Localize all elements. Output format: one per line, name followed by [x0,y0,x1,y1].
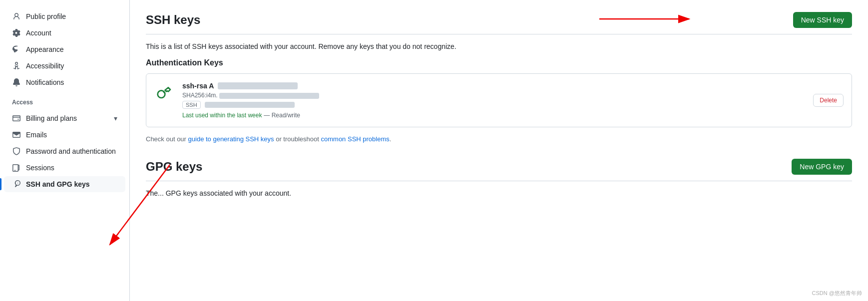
sidebar-item-password[interactable]: Password and authentication [4,143,125,159]
ssh-title: SSH keys [146,13,200,27]
key-name-row: ssh-rsa A [182,82,805,90]
sidebar-item-ssh-gpg[interactable]: SSH and GPG keys [4,176,125,192]
guide-text-prefix: Check out our [146,135,188,143]
watermark: CSDN @悠然青年帅 [812,290,862,297]
gear-icon [12,28,21,37]
sidebar-item-appearance-label: Appearance [26,45,64,53]
sidebar-item-public-profile-label: Public profile [26,12,66,20]
key-details: ssh-rsa A SHA256:i4m. SSH Last used with… [182,82,805,119]
sidebar-item-notifications[interactable]: Notifications [4,74,125,90]
device-icon [12,163,21,172]
key-last-used: Last used within the last week [182,112,262,119]
sidebar-item-sessions[interactable]: Sessions [4,160,125,176]
ssh-badge: SSH [182,101,201,109]
paintbrush-icon [12,45,21,54]
key-card-icon [154,82,174,102]
key-fingerprint: SHA256:i4m. [182,92,805,99]
sidebar-item-account-label: Account [26,29,51,37]
guide-text: Check out our guide to generating SSH ke… [146,135,852,143]
gpg-section: GPG keys New GPG key The... GPG keys ass… [146,159,852,197]
key-last-used-suffix: — Read/write [264,112,300,119]
sidebar-item-sessions-label: Sessions [26,164,54,172]
gpg-section-header: GPG keys New GPG key [146,159,852,175]
ssh-divider [146,34,852,34]
key-label-row: SSH [182,101,805,109]
main-content: SSH keys New SSH key This is a list of S… [130,0,868,301]
sidebar-item-public-profile[interactable]: Public profile [4,8,125,24]
new-gpg-key-button[interactable]: New GPG key [792,159,852,175]
guide-text-suffix: . [390,135,392,143]
gpg-title: GPG keys [146,160,202,174]
sidebar-item-billing-label: Billing and plans [26,114,77,122]
sidebar-item-appearance[interactable]: Appearance [4,41,125,57]
ssh-section-header: SSH keys New SSH key [146,12,852,28]
sidebar-item-emails[interactable]: Emails [4,127,125,143]
sidebar-item-emails-label: Emails [26,131,47,139]
key-label-blurred [205,102,295,108]
key-name-blurred [218,82,298,89]
sidebar: Public profile Account Appearance Access… [0,0,130,301]
ssh-key-card: ssh-rsa A SHA256:i4m. SSH Last used with… [146,73,852,127]
sidebar-item-accessibility[interactable]: Accessibility [4,58,125,74]
mail-icon [12,130,21,139]
access-section-label: Access [0,91,129,110]
sidebar-item-ssh-gpg-label: SSH and GPG keys [26,180,90,188]
auth-keys-title: Authentication Keys [146,58,852,67]
shield-icon [12,147,21,156]
gpg-divider [146,181,852,181]
new-ssh-key-button[interactable]: New SSH key [793,12,852,28]
credit-card-icon [12,114,21,123]
sidebar-item-account[interactable]: Account [4,25,125,41]
accessibility-icon [12,61,21,70]
key-fingerprint-blurred [219,93,319,99]
gpg-description: The... GPG keys associated with your acc… [146,189,852,197]
person-icon [12,12,21,21]
key-icon [12,180,21,189]
sidebar-item-accessibility-label: Accessibility [26,62,64,70]
sidebar-item-billing[interactable]: Billing and plans ▾ [4,110,125,126]
key-last-used-row: Last used within the last week — Read/wr… [182,111,805,119]
delete-key-button[interactable]: Delete [813,94,844,107]
svg-line-1 [164,92,165,93]
key-name-prefix: ssh-rsa A [182,82,214,90]
ssh-description: This is a list of SSH keys associated wi… [146,42,852,50]
bell-icon [12,78,21,87]
chevron-down-icon: ▾ [114,114,117,122]
guide-text-mid: or troubleshoot [274,135,321,143]
guide-link-problems[interactable]: common SSH problems [321,135,390,143]
guide-link-generating[interactable]: guide to generating SSH keys [188,135,274,143]
sidebar-item-password-label: Password and authentication [26,147,116,155]
sidebar-item-notifications-label: Notifications [26,78,64,86]
